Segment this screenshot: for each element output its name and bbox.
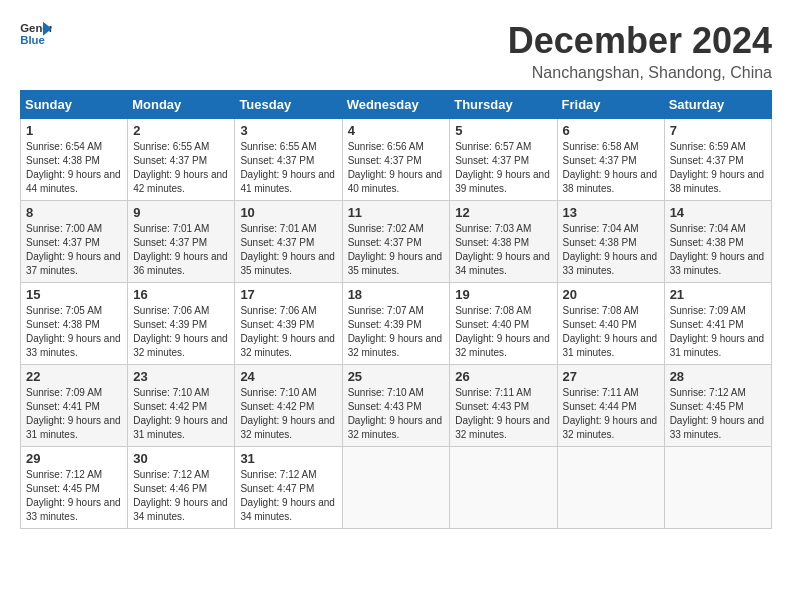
calendar-day-26: 26 Sunrise: 7:11 AM Sunset: 4:43 PM Dayl…	[450, 365, 557, 447]
day-number: 24	[240, 369, 336, 384]
calendar-day-6: 6 Sunrise: 6:58 AM Sunset: 4:37 PM Dayli…	[557, 119, 664, 201]
day-info: Sunrise: 6:55 AM Sunset: 4:37 PM Dayligh…	[133, 140, 229, 196]
day-info: Sunrise: 7:10 AM Sunset: 4:43 PM Dayligh…	[348, 386, 445, 442]
page-subtitle: Nanchangshan, Shandong, China	[508, 64, 772, 82]
calendar-week-4: 22 Sunrise: 7:09 AM Sunset: 4:41 PM Dayl…	[21, 365, 772, 447]
calendar-week-2: 8 Sunrise: 7:00 AM Sunset: 4:37 PM Dayli…	[21, 201, 772, 283]
day-number: 18	[348, 287, 445, 302]
day-number: 17	[240, 287, 336, 302]
day-number: 4	[348, 123, 445, 138]
calendar-day-2: 2 Sunrise: 6:55 AM Sunset: 4:37 PM Dayli…	[128, 119, 235, 201]
day-info: Sunrise: 7:01 AM Sunset: 4:37 PM Dayligh…	[240, 222, 336, 278]
calendar-day-empty	[664, 447, 771, 529]
day-number: 9	[133, 205, 229, 220]
day-info: Sunrise: 7:01 AM Sunset: 4:37 PM Dayligh…	[133, 222, 229, 278]
calendar-day-15: 15 Sunrise: 7:05 AM Sunset: 4:38 PM Dayl…	[21, 283, 128, 365]
col-thursday: Thursday	[450, 91, 557, 119]
day-number: 28	[670, 369, 766, 384]
day-number: 5	[455, 123, 551, 138]
page-title: December 2024	[508, 20, 772, 62]
day-info: Sunrise: 6:54 AM Sunset: 4:38 PM Dayligh…	[26, 140, 122, 196]
col-saturday: Saturday	[664, 91, 771, 119]
day-number: 14	[670, 205, 766, 220]
day-number: 25	[348, 369, 445, 384]
calendar-day-8: 8 Sunrise: 7:00 AM Sunset: 4:37 PM Dayli…	[21, 201, 128, 283]
calendar-day-21: 21 Sunrise: 7:09 AM Sunset: 4:41 PM Dayl…	[664, 283, 771, 365]
day-info: Sunrise: 7:11 AM Sunset: 4:43 PM Dayligh…	[455, 386, 551, 442]
day-info: Sunrise: 7:10 AM Sunset: 4:42 PM Dayligh…	[133, 386, 229, 442]
day-number: 21	[670, 287, 766, 302]
day-info: Sunrise: 7:12 AM Sunset: 4:45 PM Dayligh…	[670, 386, 766, 442]
calendar-day-19: 19 Sunrise: 7:08 AM Sunset: 4:40 PM Dayl…	[450, 283, 557, 365]
day-info: Sunrise: 7:04 AM Sunset: 4:38 PM Dayligh…	[563, 222, 659, 278]
day-info: Sunrise: 6:56 AM Sunset: 4:37 PM Dayligh…	[348, 140, 445, 196]
col-sunday: Sunday	[21, 91, 128, 119]
day-number: 16	[133, 287, 229, 302]
calendar-day-24: 24 Sunrise: 7:10 AM Sunset: 4:42 PM Dayl…	[235, 365, 342, 447]
calendar-day-17: 17 Sunrise: 7:06 AM Sunset: 4:39 PM Dayl…	[235, 283, 342, 365]
calendar-day-28: 28 Sunrise: 7:12 AM Sunset: 4:45 PM Dayl…	[664, 365, 771, 447]
day-number: 26	[455, 369, 551, 384]
day-info: Sunrise: 7:07 AM Sunset: 4:39 PM Dayligh…	[348, 304, 445, 360]
day-info: Sunrise: 6:57 AM Sunset: 4:37 PM Dayligh…	[455, 140, 551, 196]
calendar-week-1: 1 Sunrise: 6:54 AM Sunset: 4:38 PM Dayli…	[21, 119, 772, 201]
col-wednesday: Wednesday	[342, 91, 450, 119]
day-info: Sunrise: 7:11 AM Sunset: 4:44 PM Dayligh…	[563, 386, 659, 442]
calendar-day-13: 13 Sunrise: 7:04 AM Sunset: 4:38 PM Dayl…	[557, 201, 664, 283]
day-number: 29	[26, 451, 122, 466]
day-number: 31	[240, 451, 336, 466]
day-info: Sunrise: 7:05 AM Sunset: 4:38 PM Dayligh…	[26, 304, 122, 360]
col-tuesday: Tuesday	[235, 91, 342, 119]
page-header: General Blue December 2024 Nanchangshan,…	[20, 20, 772, 82]
day-info: Sunrise: 7:04 AM Sunset: 4:38 PM Dayligh…	[670, 222, 766, 278]
day-info: Sunrise: 7:09 AM Sunset: 4:41 PM Dayligh…	[26, 386, 122, 442]
day-info: Sunrise: 7:08 AM Sunset: 4:40 PM Dayligh…	[563, 304, 659, 360]
day-number: 3	[240, 123, 336, 138]
calendar-day-empty	[557, 447, 664, 529]
calendar-day-12: 12 Sunrise: 7:03 AM Sunset: 4:38 PM Dayl…	[450, 201, 557, 283]
calendar-day-5: 5 Sunrise: 6:57 AM Sunset: 4:37 PM Dayli…	[450, 119, 557, 201]
day-number: 20	[563, 287, 659, 302]
day-number: 2	[133, 123, 229, 138]
day-number: 7	[670, 123, 766, 138]
calendar-day-27: 27 Sunrise: 7:11 AM Sunset: 4:44 PM Dayl…	[557, 365, 664, 447]
day-number: 6	[563, 123, 659, 138]
col-friday: Friday	[557, 91, 664, 119]
day-info: Sunrise: 7:09 AM Sunset: 4:41 PM Dayligh…	[670, 304, 766, 360]
day-info: Sunrise: 7:00 AM Sunset: 4:37 PM Dayligh…	[26, 222, 122, 278]
day-number: 12	[455, 205, 551, 220]
day-info: Sunrise: 7:03 AM Sunset: 4:38 PM Dayligh…	[455, 222, 551, 278]
calendar-day-14: 14 Sunrise: 7:04 AM Sunset: 4:38 PM Dayl…	[664, 201, 771, 283]
calendar-day-4: 4 Sunrise: 6:56 AM Sunset: 4:37 PM Dayli…	[342, 119, 450, 201]
day-number: 23	[133, 369, 229, 384]
day-info: Sunrise: 6:59 AM Sunset: 4:37 PM Dayligh…	[670, 140, 766, 196]
day-number: 27	[563, 369, 659, 384]
day-number: 15	[26, 287, 122, 302]
col-monday: Monday	[128, 91, 235, 119]
calendar-day-9: 9 Sunrise: 7:01 AM Sunset: 4:37 PM Dayli…	[128, 201, 235, 283]
day-info: Sunrise: 7:12 AM Sunset: 4:45 PM Dayligh…	[26, 468, 122, 524]
day-number: 22	[26, 369, 122, 384]
day-info: Sunrise: 6:58 AM Sunset: 4:37 PM Dayligh…	[563, 140, 659, 196]
calendar-week-5: 29 Sunrise: 7:12 AM Sunset: 4:45 PM Dayl…	[21, 447, 772, 529]
day-info: Sunrise: 7:02 AM Sunset: 4:37 PM Dayligh…	[348, 222, 445, 278]
calendar-day-20: 20 Sunrise: 7:08 AM Sunset: 4:40 PM Dayl…	[557, 283, 664, 365]
day-number: 13	[563, 205, 659, 220]
calendar-day-29: 29 Sunrise: 7:12 AM Sunset: 4:45 PM Dayl…	[21, 447, 128, 529]
day-info: Sunrise: 7:08 AM Sunset: 4:40 PM Dayligh…	[455, 304, 551, 360]
day-info: Sunrise: 7:06 AM Sunset: 4:39 PM Dayligh…	[240, 304, 336, 360]
day-number: 10	[240, 205, 336, 220]
calendar-day-23: 23 Sunrise: 7:10 AM Sunset: 4:42 PM Dayl…	[128, 365, 235, 447]
calendar-day-7: 7 Sunrise: 6:59 AM Sunset: 4:37 PM Dayli…	[664, 119, 771, 201]
calendar-day-25: 25 Sunrise: 7:10 AM Sunset: 4:43 PM Dayl…	[342, 365, 450, 447]
calendar-day-18: 18 Sunrise: 7:07 AM Sunset: 4:39 PM Dayl…	[342, 283, 450, 365]
title-section: December 2024 Nanchangshan, Shandong, Ch…	[508, 20, 772, 82]
calendar-day-10: 10 Sunrise: 7:01 AM Sunset: 4:37 PM Dayl…	[235, 201, 342, 283]
logo: General Blue	[20, 20, 52, 48]
day-info: Sunrise: 7:12 AM Sunset: 4:46 PM Dayligh…	[133, 468, 229, 524]
logo-icon: General Blue	[20, 20, 52, 48]
day-number: 11	[348, 205, 445, 220]
calendar-week-3: 15 Sunrise: 7:05 AM Sunset: 4:38 PM Dayl…	[21, 283, 772, 365]
day-info: Sunrise: 6:55 AM Sunset: 4:37 PM Dayligh…	[240, 140, 336, 196]
day-number: 19	[455, 287, 551, 302]
